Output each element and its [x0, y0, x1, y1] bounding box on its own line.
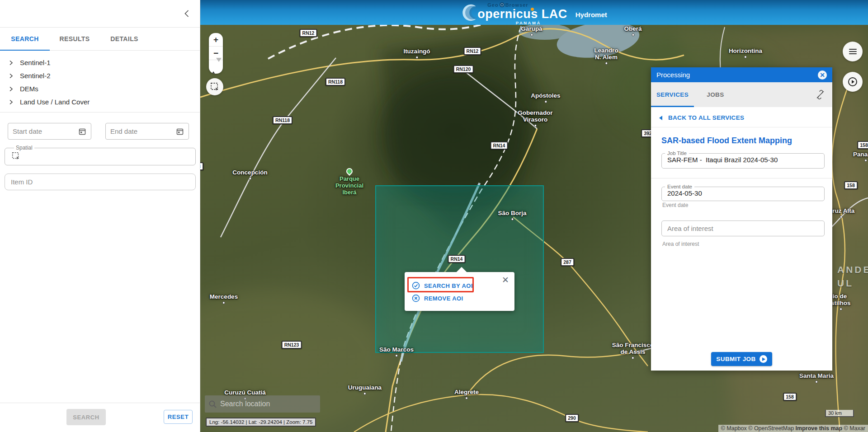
submit-job-button[interactable]: SUBMIT JOB: [711, 352, 772, 366]
event-date-field: Event date: [661, 184, 825, 201]
app-header: Geo Browser opernicus LAC PANAMÁ Hydrome…: [200, 0, 868, 25]
town-dot: [465, 397, 468, 399]
panel-tabs: SERVICES JOBS: [651, 82, 832, 107]
town-label: São Borja: [498, 210, 526, 221]
unlink-icon[interactable]: [816, 90, 825, 99]
accordion-sentinel-1[interactable]: Sentinel-1: [0, 56, 200, 69]
attribution-prefix: © Mapbox © OpenStreetMap: [721, 425, 796, 432]
town-label: Oberá: [624, 25, 642, 36]
road-shield: RN14: [491, 141, 508, 150]
tab-details[interactable]: DETAILS: [99, 28, 149, 50]
town-label: Apóstoles: [531, 92, 560, 103]
state-label: ANDEUL: [837, 263, 868, 290]
draw-rectangle-icon: [210, 82, 220, 92]
sidebar-top-strip: [0, 0, 200, 28]
panel-title-bar: Processing ✕: [651, 67, 832, 82]
end-date-placeholder: End date: [110, 127, 176, 135]
road-shield: RN120: [453, 65, 474, 73]
hamburger-icon: [849, 49, 857, 55]
zoom-in-button[interactable]: +: [209, 33, 223, 47]
town-dot: [222, 301, 225, 304]
tab-services[interactable]: SERVICES: [651, 82, 694, 107]
map-scale-bar: 30 km: [825, 410, 854, 417]
event-date-input[interactable]: [662, 189, 824, 200]
logo-panama: PANAMÁ: [516, 20, 541, 25]
timeline-play-button[interactable]: [843, 72, 863, 92]
search-by-aoi-label: SEARCH BY AOI: [424, 282, 473, 289]
chevron-right-icon: [7, 59, 14, 66]
town-label: São Marcos: [379, 346, 414, 357]
accordion-sentinel-2[interactable]: Sentinel-2: [0, 69, 200, 82]
tab-search[interactable]: SEARCH: [0, 28, 50, 50]
draw-aoi-button[interactable]: [206, 78, 223, 95]
back-to-services-link[interactable]: BACK TO ALL SERVICES: [651, 107, 832, 127]
copernicus-logo: Geo Browser opernicus LAC PANAMÁ: [461, 3, 567, 23]
logo-lac: LAC: [542, 7, 567, 21]
search-icon: [205, 399, 220, 409]
collapse-sidebar-icon[interactable]: [182, 8, 193, 19]
geobrowser-right: Browser: [505, 2, 528, 8]
town-label: São Franciscode Assis: [612, 342, 654, 359]
town-label: GobernadorVirasoro: [518, 109, 552, 127]
event-date-label: Event date: [665, 184, 694, 189]
town-dot: [744, 56, 747, 58]
reset-button[interactable]: RESET: [164, 410, 193, 424]
spatial-draw-icon[interactable]: [11, 151, 20, 160]
popup-close-icon[interactable]: ✕: [501, 276, 510, 285]
globe-icon: [500, 2, 505, 7]
panel-close-icon[interactable]: ✕: [818, 70, 827, 80]
submit-job-label: SUBMIT JOB: [716, 356, 755, 362]
date-range-row: Start date End date: [0, 113, 200, 140]
road-shield: RN118: [326, 78, 345, 86]
area-of-interest-input[interactable]: [661, 221, 825, 236]
attribution-suffix: © Maxar: [842, 425, 865, 432]
town-dot: [840, 216, 843, 218]
panel-title: Processing: [656, 71, 690, 79]
town-dot: [249, 177, 251, 180]
town-label: Garupá: [521, 25, 542, 36]
search-button[interactable]: SEARCH: [66, 409, 106, 425]
job-title-input[interactable]: [662, 156, 824, 167]
road-shield: 158: [857, 141, 868, 149]
service-title: SAR-based Flood Extent Mapping: [651, 127, 832, 146]
search-by-aoi-button[interactable]: SEARCH BY AOI: [412, 282, 473, 290]
accordion-label: DEMs: [20, 85, 38, 93]
town-dot: [840, 308, 842, 310]
spatial-label: Spatial: [14, 145, 34, 151]
town-dot: [605, 62, 608, 65]
town-dot: [395, 354, 398, 357]
accordion-land-use[interactable]: Land Use / Land Cover: [0, 95, 200, 108]
item-id-input[interactable]: [5, 174, 196, 190]
start-date-input[interactable]: Start date: [8, 123, 91, 140]
layers-menu-button[interactable]: [843, 42, 863, 61]
road-shield: 158: [783, 393, 797, 401]
town-dot: [363, 392, 366, 395]
road-shield: RN118: [273, 116, 292, 124]
processing-panel: Processing ✕ SERVICES JOBS BACK TO ALL S…: [651, 67, 832, 371]
remove-aoi-label: REMOVE AOI: [424, 295, 463, 302]
road-shield: 3: [200, 162, 203, 170]
aoi-helper: Area of interest: [662, 241, 699, 247]
compass-button[interactable]: [209, 60, 223, 74]
tab-results[interactable]: RESULTS: [50, 28, 99, 50]
town-label: Alegrete: [454, 389, 479, 399]
tab-jobs[interactable]: JOBS: [694, 82, 737, 107]
remove-aoi-button[interactable]: REMOVE AOI: [412, 294, 463, 302]
job-title-label: Job Title: [665, 150, 689, 156]
town-label: LeandroN. Alem: [594, 47, 618, 65]
road-shield: RN12: [464, 47, 481, 55]
improve-map-link[interactable]: Improve this map: [796, 425, 843, 432]
collection-accordion: Sentinel-1 Sentinel-2 DEMs Land Use / La…: [0, 51, 200, 113]
road-shield: 158: [844, 181, 858, 189]
town-dot: [544, 100, 547, 103]
accordion-label: Land Use / Land Cover: [20, 98, 90, 106]
geobrowser-label: Geo Browser: [487, 2, 528, 8]
end-date-input[interactable]: End date: [105, 123, 189, 140]
job-title-field: Job Title: [661, 150, 825, 169]
accordion-label: Sentinel-2: [20, 72, 51, 80]
map-search-input[interactable]: [220, 400, 320, 408]
chevron-right-icon: [7, 99, 14, 106]
accordion-dems[interactable]: DEMs: [0, 82, 200, 95]
town-dot: [415, 56, 418, 59]
town-label: Mercedes: [210, 293, 238, 304]
